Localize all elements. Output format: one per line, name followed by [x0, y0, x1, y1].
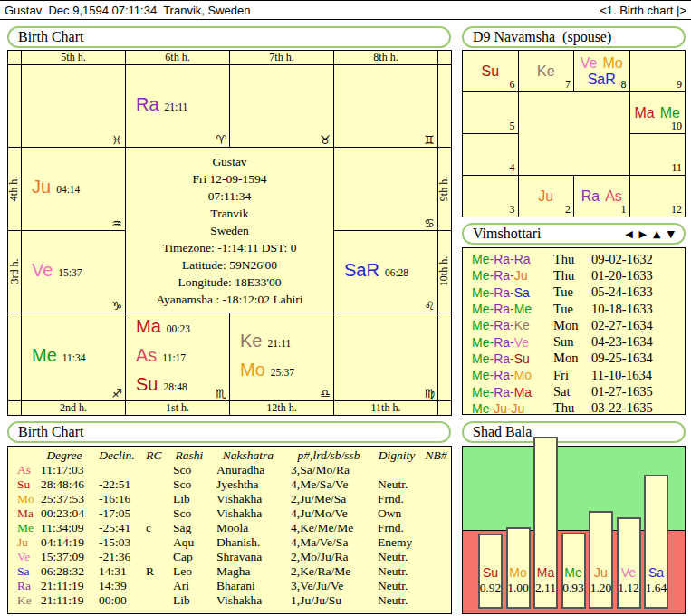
planet-table-panel: Degree Declin. RC Rashi Nakshatra p#,lrd…	[7, 446, 452, 614]
cell-nak: Shravana	[211, 550, 285, 564]
planet-label-me: Me	[32, 342, 57, 369]
cell-dignity: Neutr.	[372, 593, 421, 608]
dasha-up-icon[interactable]: ▲	[653, 228, 660, 240]
house-label-3: 3rd h.	[8, 231, 21, 313]
planet-degree: 28:48	[163, 374, 187, 400]
planet-label-sa-retro: SaR	[588, 72, 616, 88]
cell-p: Ma	[8, 506, 35, 521]
dasha-row[interactable]: Me-Ra-KeMon02-27-1634	[472, 317, 685, 333]
dasha-name: Me-Ju-Ju	[472, 401, 553, 416]
cell-nak: Vishakha	[211, 506, 285, 521]
cell-nb	[421, 506, 451, 521]
cell-degree: 15:37:09	[35, 550, 93, 564]
planet-degree: 25:37	[271, 360, 294, 386]
bar-label: Sa	[648, 565, 664, 581]
d9-center	[519, 92, 629, 175]
house-cell-11: ♍	[334, 313, 437, 400]
dasha-row[interactable]: Me-Ra-RaThu09-02-1632	[472, 251, 685, 267]
shadbala-bar-mo: Mo1.00	[506, 527, 531, 609]
dasha-row[interactable]: Me-Ra-JuThu01-20-1633	[472, 267, 685, 284]
side-strip	[438, 65, 451, 147]
planet-label-mo: Mo	[240, 357, 265, 383]
house-label-8: 8th h.	[334, 51, 437, 64]
dasha-weekday: Sun	[553, 334, 591, 350]
cell-rc: c	[140, 521, 168, 535]
bar-label: Ju	[594, 565, 608, 581]
cell-nb	[421, 593, 451, 608]
dasha-date: 02-27-1634	[591, 318, 653, 333]
dasha-name: Me-Ra-Ra	[472, 252, 553, 266]
dasha-date: 05-24-1633	[591, 284, 653, 300]
dasha-row[interactable]: Me-Ra-SuMon09-25-1634	[472, 351, 685, 367]
bar-value: 0.93	[562, 581, 584, 595]
shad-bala-panel: Su0.92 Mo1.00 Ma2.11 Me0.93 Ju1.20 Ve1.1…	[462, 446, 686, 614]
cell-rc	[140, 550, 168, 564]
cell-p: As	[8, 463, 35, 477]
dasha-row[interactable]: Me-Ra-MoFri11-10-1634	[472, 367, 685, 383]
cell-lords: 2,Mo/Ju/Ra	[285, 550, 372, 564]
planet-label-ve: Ve	[581, 55, 598, 72]
corner	[8, 51, 21, 64]
shad-bala-header-label: Shad Bala	[473, 424, 532, 440]
rashi-number: 1	[621, 203, 627, 217]
title-bar: Gustav Dec 9,1594 07:11:34 Tranvik, Swed…	[0, 0, 691, 20]
cell-nak: Magha	[211, 564, 285, 579]
cell-lords: 3,Sa/Mo/Ra	[285, 463, 372, 477]
sign-icon-gemini: ♊	[424, 133, 435, 147]
dasha-next-icon[interactable]: ▶	[639, 228, 647, 240]
dasha-row[interactable]: Me-Ra-VeSun04-23-1634	[472, 333, 685, 350]
house-cell-10: SaR06:28 ♌	[334, 231, 437, 313]
dasha-down-icon[interactable]: ▼	[667, 228, 675, 240]
planet-label-ke: Ke	[537, 63, 555, 80]
rashi-number: 5	[510, 120, 515, 133]
dasha-name: Me-Ra-Su	[472, 351, 553, 366]
dasha-date: 03-22-1635	[591, 400, 653, 416]
birth-chart-header: Birth Chart	[7, 26, 451, 48]
planet-label-me: Me	[660, 105, 680, 121]
d9-header-label: D9 Navamsha (spouse)	[473, 29, 611, 45]
sign-icon-libra: ♎	[320, 387, 331, 400]
cell-lords: 4,Ke/Me/Me	[285, 521, 372, 535]
cell-p: Ve	[8, 550, 35, 564]
bar-value: 1.00	[507, 581, 529, 595]
d9-cell-9: 9	[630, 51, 686, 91]
dasha-prev-icon[interactable]: ◀	[625, 228, 632, 240]
dasha-row[interactable]: Me-Ra-SaTue05-24-1633	[472, 284, 685, 301]
d9-cell-6: Su 6	[463, 51, 518, 91]
house-label-1: 1st h.	[126, 401, 229, 415]
cell-rc	[140, 506, 168, 521]
cell-p: Mo	[8, 492, 35, 506]
house-cell-4: Ju04:14 ♒	[22, 148, 125, 229]
d9-cell-5: 5	[463, 92, 518, 133]
longitude-info: Longitude: 18E33'00	[178, 274, 282, 291]
cell-degree: 21:11:19	[35, 579, 93, 593]
dasha-weekday: Thu	[553, 252, 591, 267]
house-cell-3: Ve15:37 ♑	[22, 231, 125, 313]
planet-label-ma: Ma	[136, 313, 161, 340]
side-strip	[438, 313, 451, 400]
planet-degree: 11:34	[62, 345, 86, 371]
rashi-number: 12	[671, 203, 682, 217]
shadbala-bar-sa: Sa1.64	[644, 475, 668, 609]
dasha-row[interactable]: Me-Ju-JuThu03-22-1635	[472, 400, 685, 417]
dasha-row[interactable]: Me-Ra-MeTue10-18-1633	[472, 301, 685, 317]
cell-declin: -22:51	[93, 477, 140, 492]
rashi-number: 9	[677, 78, 682, 91]
table-row: Ma00:23:04-17:05ScoVishakha4,Ju/Mo/VeOwn	[8, 506, 451, 521]
planet-table-header: Birth Chart	[7, 421, 451, 443]
rashi-number: 10	[671, 120, 682, 133]
dasha-weekday: Mon	[553, 351, 591, 366]
d9-cell-3: 3	[463, 176, 518, 217]
cell-declin: -17:05	[93, 506, 140, 521]
cell-lords: 4,Ma/Ve/Sa	[285, 535, 372, 550]
d9-cell-7: Ke 7	[519, 51, 574, 91]
chart-nav-label[interactable]: <1. Birth chart |>	[600, 4, 686, 17]
cell-declin: 00:00	[93, 593, 140, 608]
bar-label: Ma	[537, 565, 554, 581]
d9-navamsha-header: D9 Navamsha (spouse)	[462, 26, 686, 48]
planet-label-ma: Ma	[635, 105, 655, 121]
dasha-row[interactable]: Me-Ra-MaSat01-27-1635	[472, 383, 685, 399]
cell-degree: 04:14:19	[35, 535, 93, 550]
dasha-name: Me-Ra-Ma	[472, 385, 553, 399]
table-header-row: Degree Declin. RC Rashi Nakshatra p#,lrd…	[8, 448, 451, 463]
